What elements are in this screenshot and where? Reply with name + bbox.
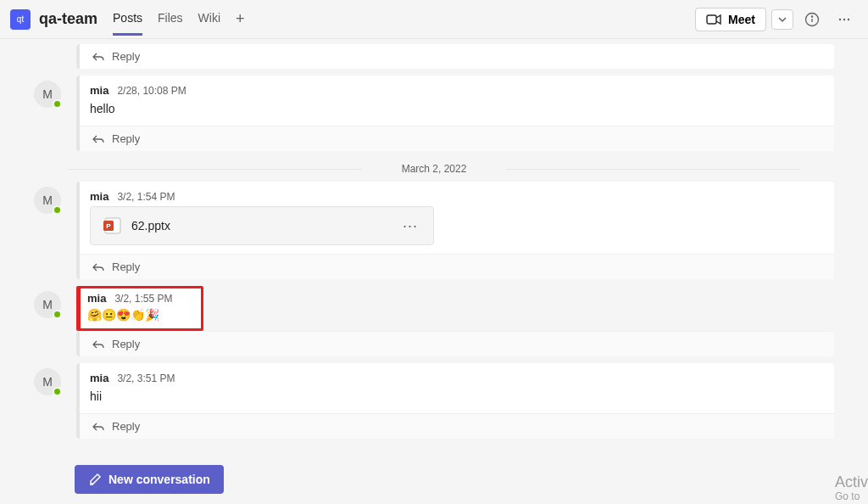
reply-button[interactable]: Reply [76,44,834,69]
message-card-highlighted: mia 3/2, 1:55 PM 🤗😐😍👏🎉 Reply [76,286,834,356]
reply-icon [92,339,105,350]
chevron-down-icon [777,14,787,25]
message-author[interactable]: mia [90,372,108,384]
avatar-initial: M [42,375,53,389]
avatar-initial: M [42,87,53,101]
svg-point-6 [848,18,849,20]
message-text: hii [90,388,821,405]
avatar[interactable]: M [34,291,61,318]
message-author[interactable]: mia [87,292,106,305]
presence-available-icon [53,310,62,319]
message-timestamp: 3/2, 1:55 PM [114,293,172,305]
new-conversation-label: New conversation [108,473,210,486]
meet-label: Meet [728,13,755,26]
presence-available-icon [53,205,62,215]
more-options-button[interactable] [831,6,858,33]
message-card: mia 3/2, 1:54 PM P 62.pptx ··· [76,182,834,279]
reply-button[interactable]: Reply [80,413,834,439]
reply-label: Reply [112,260,140,273]
message-group: M mia 3/2, 1:54 PM P [34,182,834,279]
avatar[interactable]: M [34,368,61,395]
svg-point-3 [811,15,812,16]
message-author[interactable]: mia [90,190,108,203]
avatar-initial: M [42,193,53,207]
channel-tabs: Posts Files Wiki + [113,3,245,36]
compose-icon [88,473,102,486]
reply-label: Reply [112,420,140,433]
meet-button[interactable]: Meet [695,8,766,31]
message-text: hello [90,100,821,117]
info-button[interactable] [798,6,826,33]
file-attachment[interactable]: P 62.pptx ··· [90,206,434,245]
message-emojis: 🤗😐😍👏🎉 [87,306,192,323]
tab-files[interactable]: Files [158,3,183,36]
avatar[interactable]: M [34,81,61,108]
reply-button[interactable]: Reply [80,254,834,279]
reply-icon [92,133,105,145]
reply-label: Reply [112,50,140,63]
message-group: M mia 3/2, 1:55 PM 🤗😐😍👏🎉 [34,286,834,356]
message-author[interactable]: mia [90,84,108,97]
message-timestamp: 2/28, 10:08 PM [117,85,186,97]
svg-point-5 [843,18,845,20]
message-card: mia 3/2, 3:51 PM hii Reply [76,363,834,439]
add-tab-button[interactable]: + [236,10,245,28]
svg-text:P: P [106,222,111,230]
message-timestamp: 3/2, 3:51 PM [117,372,175,384]
file-name: 62.pptx [131,219,399,232]
reply-icon [92,51,105,63]
reply-label: Reply [112,338,140,350]
reply-icon [92,261,105,273]
channel-header: qt qa-team Posts Files Wiki + Meet [0,0,868,39]
posts-feed: Reply M mia 2/28, 10:08 PM hello [0,39,868,489]
avatar-initial: M [42,298,53,311]
more-icon [837,12,852,27]
presence-available-icon [53,387,62,396]
reply-button[interactable]: Reply [80,126,834,151]
info-icon [804,12,820,27]
team-avatar: qt [10,9,31,30]
message-group: M mia 2/28, 10:08 PM hello Reply [34,76,834,151]
presence-available-icon [53,99,62,109]
team-name: qa-team [39,10,97,28]
avatar[interactable]: M [34,187,61,214]
message-group: M mia 3/2, 3:51 PM hii Reply [34,363,834,439]
tab-posts[interactable]: Posts [113,3,142,36]
message-card: Reply [76,331,834,356]
reply-button[interactable]: Reply [80,331,834,356]
meet-dropdown-button[interactable] [771,9,793,30]
tab-wiki[interactable]: Wiki [198,3,220,36]
message-timestamp: 3/2, 1:54 PM [117,191,175,203]
new-conversation-button[interactable]: New conversation [75,465,224,494]
file-more-button[interactable]: ··· [399,217,421,235]
message-card: mia 2/28, 10:08 PM hello Reply [76,76,834,151]
reply-label: Reply [112,132,140,145]
powerpoint-icon: P [103,216,123,236]
svg-rect-0 [707,15,716,24]
reply-icon [92,421,105,433]
windows-watermark: Activ Go to [835,474,868,502]
date-separator: March 2, 2022 [68,158,800,180]
video-icon [706,14,721,25]
svg-point-4 [839,18,841,20]
